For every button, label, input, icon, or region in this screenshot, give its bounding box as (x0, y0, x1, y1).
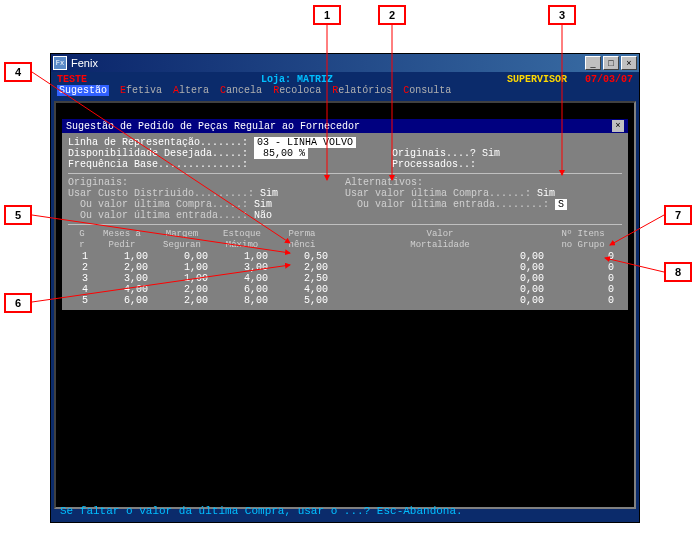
app-window: Fx Fenix _ □ × TESTE Loja: MATRIZ SUPERV… (50, 53, 640, 523)
teste-label: TESTE (57, 74, 87, 85)
cell: 1,00 (212, 251, 272, 262)
menu-item-ancela[interactable]: Cancela (220, 85, 262, 96)
cell: 0 (548, 262, 618, 273)
alt-ult-compra-label: Usar valor última Compra......: (345, 188, 531, 199)
cell: 0 (548, 251, 618, 262)
cell: 4,00 (272, 284, 332, 295)
orig-ult-entr-value[interactable]: Não (254, 210, 272, 221)
col-meses: Meses aPedir (92, 229, 152, 251)
date-label: 07/03/07 (585, 74, 633, 85)
alt-ult-entr-label: Ou valor última entrada........: (357, 199, 549, 210)
cell: 3,00 (212, 262, 272, 273)
cell: 0,00 (332, 262, 548, 273)
cell: 4,00 (92, 284, 152, 295)
loja-label: Loja: MATRIZ (261, 74, 333, 85)
divider-2 (68, 224, 622, 225)
callout-5: 5 (4, 205, 32, 225)
panel-close-button[interactable]: × (612, 120, 624, 132)
window-title: Fenix (71, 57, 585, 69)
cell: 2,00 (152, 284, 212, 295)
table-row: 22,001,003,002,000,000 (68, 262, 622, 273)
alt-ult-entr-value[interactable]: S (555, 199, 567, 210)
cell: 0 (548, 284, 618, 295)
callout-2: 2 (378, 5, 406, 25)
callout-7: 7 (664, 205, 692, 225)
minimize-button[interactable]: _ (585, 56, 601, 70)
callout-4: 4 (4, 62, 32, 82)
menu-item-onsulta[interactable]: Consulta (403, 85, 451, 96)
cell: 8,00 (212, 295, 272, 306)
header-row: TESTE Loja: MATRIZ SUPERVISOR 07/03/07 (51, 72, 639, 85)
disp-row: Disponibilidade Desejada.....: 85,00 % O… (68, 148, 622, 159)
table-row: 44,002,006,004,000,000 (68, 284, 622, 295)
proc-label: Processados..: (392, 159, 476, 170)
main-menu: SugestãoEfetivaAlteraCancelaRecolocaRela… (51, 85, 639, 98)
data-table: Gr Meses aPedir MargemSeguran EstoqueMáx… (68, 229, 622, 306)
cell: 2 (72, 262, 92, 273)
cell: 1,00 (152, 273, 212, 284)
callout-6: 6 (4, 293, 32, 313)
callout-8: 8 (664, 262, 692, 282)
cell: 6,00 (212, 284, 272, 295)
cell: 1,00 (152, 262, 212, 273)
cell: 1 (72, 251, 92, 262)
cell: 2,50 (272, 273, 332, 284)
alt-ult-compra-value[interactable]: Sim (537, 188, 555, 199)
callout-3: 3 (548, 5, 576, 25)
content-area: Sugestão de Pedido de Peças Regular ao F… (54, 101, 636, 509)
cell: 0,00 (332, 273, 548, 284)
cell: 3,00 (92, 273, 152, 284)
disp-label: Disponibilidade Desejada.....: (68, 148, 248, 159)
callout-1: 1 (313, 5, 341, 25)
app-icon: Fx (53, 56, 67, 70)
col-valor: ValorMortalidade (332, 229, 548, 251)
table-row: 11,000,001,000,500,000 (68, 251, 622, 262)
cell: 4 (72, 284, 92, 295)
menu-item-elatórios[interactable]: Relatórios (332, 85, 392, 96)
maximize-button[interactable]: □ (603, 56, 619, 70)
cell: 0,00 (152, 251, 212, 262)
cell: 6,00 (92, 295, 152, 306)
col-perman: Permanênci (272, 229, 332, 251)
linha-value[interactable]: 03 - LINHA VOLVO (254, 137, 356, 148)
supervisor-label: SUPERVISOR (507, 74, 567, 85)
col-margem: MargemSeguran (152, 229, 212, 251)
panel-titlebar: Sugestão de Pedido de Peças Regular ao F… (62, 119, 628, 133)
close-button[interactable]: × (621, 56, 637, 70)
orig-ult-compra-label: Ou valor última Compra.....: (80, 199, 248, 210)
statusbar: Se faltar o valor da última Compra, usar… (54, 503, 636, 519)
table-row: 56,002,008,005,000,000 (68, 295, 622, 306)
panel: Sugestão de Pedido de Peças Regular ao F… (62, 119, 628, 310)
panel-title-text: Sugestão de Pedido de Peças Regular ao F… (66, 121, 360, 132)
orig-usar-custo-value[interactable]: Sim (260, 188, 278, 199)
menu-item-ugestão[interactable]: Sugestão (57, 85, 109, 96)
disp-value[interactable]: 85,00 % (254, 148, 308, 159)
freq-label: Frequência Base..............: (68, 159, 248, 170)
orig-value: Sim (482, 148, 500, 159)
section-originais: Originais: (68, 177, 345, 188)
col-itens: Nº Itensno Grupo (548, 229, 618, 251)
cell: 3 (72, 273, 92, 284)
linha-label: Linha de Representação.......: (68, 137, 248, 148)
menu-item-ltera[interactable]: Altera (173, 85, 209, 96)
orig-label: Originais....? (392, 148, 476, 159)
orig-ult-entr-label: Ou valor última entrada....: (80, 210, 248, 221)
menu-item-ecoloca[interactable]: Recoloca (273, 85, 321, 96)
cell: 5 (72, 295, 92, 306)
cell: 0,00 (332, 251, 548, 262)
menu-item-fetiva[interactable]: Efetiva (120, 85, 162, 96)
cell: 0,50 (272, 251, 332, 262)
linha-row: Linha de Representação.......: 03 - LINH… (68, 137, 622, 148)
orig-usar-custo-label: Usar Custo Distriuido.........: (68, 188, 254, 199)
cell: 2,00 (92, 262, 152, 273)
cell: 5,00 (272, 295, 332, 306)
orig-ult-compra-value[interactable]: Sim (254, 199, 272, 210)
cell: 4,00 (212, 273, 272, 284)
table-header: Gr Meses aPedir MargemSeguran EstoqueMáx… (68, 229, 622, 251)
cell: 0,00 (332, 295, 548, 306)
section-alternativos: Alternativos: (345, 177, 622, 188)
cell: 2,00 (272, 262, 332, 273)
titlebar: Fx Fenix _ □ × (51, 54, 639, 72)
cell: 0 (548, 273, 618, 284)
col-gr: Gr (72, 229, 92, 251)
